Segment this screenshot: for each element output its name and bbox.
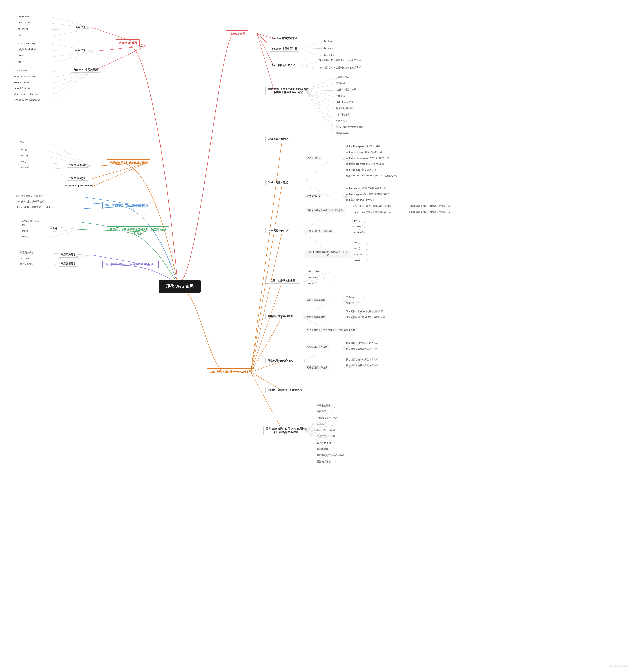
grid-placement: 网格项目的放置和重叠 (265, 314, 295, 319)
fr-unit: fr 单位：切片于网格容器可用空间计算 (351, 211, 392, 214)
grid-align: 网格布局中的对齐方式 (265, 358, 295, 363)
center-label: 现代 Web 布局 (166, 284, 194, 289)
css-physical-logical: CSS 物理属性 vs 逻辑属性 (15, 194, 44, 198)
min-fn: min() (21, 223, 28, 226)
svg-line-32 (52, 71, 94, 83)
float-leaf: float (19, 140, 25, 143)
auto-1: auto (17, 33, 23, 37)
inline-align: 网格轨道在内联轴向的对齐方式 (345, 341, 380, 345)
item-align: 网格项目的对齐方式 (305, 365, 329, 370)
g-max: max() (353, 247, 361, 250)
svg-line-58 (251, 184, 282, 372)
stages-squish: Stages of Squishiness (13, 75, 37, 78)
intrinsic-principles: 内在 Web 布局的原则 (71, 67, 100, 73)
block-align: 网格轨道在块轴方向的对齐方式 (345, 347, 380, 351)
flex-align: Flex 项目的对齐方式 (270, 63, 297, 68)
fc-4: 圣杯布局 (334, 94, 346, 98)
fc-1: 水平垂直居中 (334, 76, 351, 79)
explicit-grid: 显式网格定义 (305, 156, 322, 160)
flexbox-calc: Flexbox 布局中的计算 (270, 46, 299, 52)
css-custom-props: CSS 自定义属性 (21, 219, 40, 223)
ig-2: grid-auto-columns 定义隐式列网格轨道尺寸 (345, 192, 391, 196)
row-track-note: 行网格轨道是相对于网格容器的高度计算 (408, 205, 452, 208)
gc-6: 百分百无溢动布局 (316, 435, 337, 438)
svg-line-111 (305, 430, 337, 450)
inner-size: 内在尺寸 (73, 25, 88, 30)
connection-lines (0, 0, 632, 672)
min-content-1: min-content (17, 15, 31, 18)
intrinsic-web: 内在 Web 布局 (116, 39, 140, 46)
grid-classic: 经典 Web 布局：使用 Grid 布局构建的十种经典 Web 布局 (263, 426, 309, 435)
it-max: max-content (307, 275, 322, 279)
container-demand: 响应容器需求 (58, 261, 78, 266)
svg-line-105 (305, 412, 337, 430)
svg-line-64 (251, 372, 282, 430)
fc-9: 具有不同对齐方式的导航栏 (334, 125, 364, 129)
max-fn: max() (21, 229, 29, 233)
gc-10: 灵活的弹性框 (316, 460, 332, 464)
flexbox-tech-term: Flexbox 布局技术术语 (270, 35, 299, 41)
implicit-grid: 隐式网格定义 (305, 194, 322, 198)
flex-grow: flex-grow (323, 46, 334, 50)
flex-shrink: flex-shrink (323, 53, 336, 57)
sparse: 稀疏方式 (345, 295, 357, 299)
flex-main-align: Flex 项目在 Flex 容器主轴方向的对齐方式 (318, 58, 362, 62)
track-size-fn: 决定网格轨道尺寸的函数 (305, 229, 334, 234)
track-align: 网格轨道的对齐方式 (305, 344, 329, 349)
other-css-fn: 可用于网格轨道尺寸计算的其他 CSS 函数 (305, 250, 351, 258)
watermark: @极上端技术不讲北 (609, 665, 628, 668)
unit-types: 不同单位类型对网格尺寸计算的影响 (305, 208, 345, 213)
svg-line-20 (94, 46, 146, 51)
svg-line-61 (251, 317, 282, 372)
shape-margin: shape-margin (67, 175, 88, 181)
repeat-fn: repeat() (351, 219, 361, 222)
ways-expand: Ways Expand & Contract (13, 92, 40, 96)
item-block-align: 网格项目在块轴方向的对齐方式 (345, 364, 380, 367)
gc-7: 12列网格布局 (316, 441, 332, 445)
g-calc: calc() (353, 258, 361, 262)
eg-3: grid-template-columns 定义列网格轨道尺寸 (345, 157, 390, 160)
svg-line-4 (301, 41, 322, 49)
max-content-1: max-content (17, 21, 31, 24)
dense: 密集方式 (345, 301, 357, 305)
svg-line-5 (301, 48, 322, 49)
ig-3: grid-auto-flow 网格流动流向 (345, 198, 375, 202)
explicit-place: 明确放置网格项目 (305, 315, 327, 319)
auto-place: 自动放置网格项目 (305, 298, 327, 303)
css-writing-mode: CSS 的阅读模式和书写模式 (15, 200, 45, 203)
user-demand-leaf: 响应用户需求 (19, 251, 35, 255)
gc-3: 均分列（等宽）布局 (316, 416, 339, 420)
min-star: min-* (17, 54, 24, 57)
fc-8: 九宫格布局 (334, 119, 348, 123)
width-inline: width (inline-size) (17, 42, 36, 45)
fit-content-1: fit-content (17, 27, 29, 30)
svg-line-6 (301, 49, 322, 56)
polygon-fn: polygon() (19, 166, 30, 169)
gc-2: 等高布局 (316, 410, 327, 413)
grid-layout: Grid 布局：目前唯一一种二维布局 (207, 368, 254, 376)
gc-8: 九宫格布局 (316, 447, 330, 451)
eg-2: grid-template-rows 定义行网格轨道尺寸 (345, 150, 387, 154)
media-queries: Media Queries, As Needed (13, 98, 41, 102)
flexbox-label: Flexbox 布局 (229, 32, 245, 36)
container-query: 容器查询 (19, 257, 30, 260)
shape-outside: shape-outside (67, 163, 89, 168)
user-demand: 响应用户需求 (58, 252, 78, 258)
svg-line-84 (366, 243, 368, 253)
svg-line-59 (251, 232, 282, 372)
shape-demand: 响应外形需求 (19, 263, 35, 266)
svg-line-3 (257, 33, 274, 90)
fluid-fixed: Fluid & Fixed (13, 69, 28, 72)
fit-content-fn: fit-content() (351, 231, 365, 234)
percent-unit: 百分比单位：相对于网格容器尺寸计算 (351, 205, 393, 208)
svg-line-87 (366, 253, 368, 260)
inset-fn: inset() (19, 160, 27, 163)
gc-1: 水平垂直居中 (316, 404, 332, 408)
max-star: max-* (17, 60, 25, 64)
grid-calc: Grid 网格中的计算 (265, 228, 291, 234)
fc-5: Sticky Footer 布局 (334, 100, 355, 104)
fc-3: 均分列（等宽）布局 (334, 88, 358, 92)
shape-image-threshold: shape-image-threshold (63, 183, 95, 188)
svg-line-17 (305, 90, 334, 128)
flexbox-branch: Flexbox 布局 (226, 30, 248, 38)
